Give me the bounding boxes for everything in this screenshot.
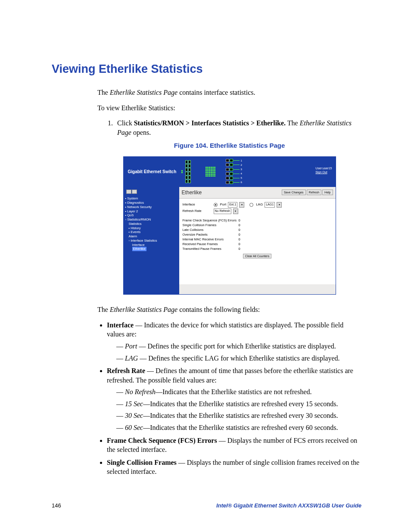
- value-name: No Refresh: [125, 388, 156, 395]
- field-desc: — Indicates the device for which statist…: [107, 321, 343, 338]
- value-name: 15 Sec: [125, 400, 143, 408]
- stat-row: Received Pause Frames0: [183, 242, 332, 246]
- figure-etherlike-screenshot: Gigabit Ethernet Switch: [123, 156, 336, 295]
- page-number: 146: [52, 502, 61, 509]
- lag-select[interactable]: LAG1: [265, 202, 275, 208]
- field-interface: Interface — Indicates the device for whi…: [107, 320, 361, 363]
- value-desc: —Indicates that the Etherlike statistics…: [143, 400, 338, 408]
- tree-item-etherlike[interactable]: Etherlike: [132, 247, 177, 251]
- refresh-button[interactable]: Refresh: [307, 190, 322, 195]
- tree-icon[interactable]: [126, 190, 131, 194]
- port-grid-left: [185, 160, 191, 183]
- stat-val: 0: [239, 247, 247, 251]
- port-radio[interactable]: [214, 203, 218, 207]
- guide-title: Intel® Gigabit Ethernet Switch AXXSW1GB …: [216, 502, 361, 509]
- stat-val: 0: [239, 228, 247, 232]
- device-title: Gigabit Ethernet Switch: [124, 169, 180, 175]
- tree-item-network-security[interactable]: ▪ Network Security: [125, 205, 177, 209]
- page-title: Etherlike: [182, 189, 202, 196]
- tree-icon[interactable]: [132, 190, 137, 194]
- text: The: [97, 89, 110, 96]
- value-desc: —Indicates that the Etherlike statistics…: [143, 424, 338, 431]
- stat-val: 0: [239, 237, 247, 242]
- tree-label: History: [131, 226, 140, 230]
- sub-list: No Refresh—Indicates that the Etherlike …: [116, 387, 361, 432]
- clear-all-counters-button[interactable]: Clear All Counters: [243, 254, 271, 258]
- page-name: Etherlike Statistics Page: [110, 306, 177, 313]
- refresh-rate-row: Refresh Rate No Refresh▾: [183, 208, 332, 214]
- chevron-down-icon[interactable]: ▾: [233, 208, 238, 214]
- stat-row: Late Collisions0: [183, 228, 332, 232]
- tree-label: System: [127, 196, 138, 200]
- menu-path: Statistics/RMON > Interfaces Statistics …: [134, 119, 286, 127]
- field-list: Interface — Indicates the device for whi…: [107, 320, 361, 476]
- value-desc: — Defines the specific LAG for which Eth…: [138, 355, 339, 362]
- stat-key: Transmitted Pause Frames: [183, 247, 239, 251]
- sub-30sec: 30 Sec—Indicates that the Etherlike stat…: [116, 411, 361, 420]
- stat-val: 0: [239, 218, 247, 223]
- tree-item-interface-statistics[interactable]: ▫ Interface Statistics: [129, 239, 177, 243]
- help-button[interactable]: Help: [322, 190, 333, 195]
- intro-paragraph-1: The Etherlike Statistics Page contains i…: [97, 88, 361, 97]
- stat-key: Late Collisions: [183, 228, 239, 232]
- tree-label: Layer 2: [127, 209, 138, 213]
- tree-item-statistics[interactable]: Statistics: [129, 222, 177, 226]
- sub-port: Port — Defines the specific port for whi…: [116, 342, 361, 351]
- page-name: Etherlike Statistics Page: [110, 89, 177, 96]
- port-grid-center: [206, 167, 215, 177]
- tree-item-diagnostics[interactable]: ▪ Diagnostics: [125, 201, 177, 205]
- after-figure-paragraph: The Etherlike Statistics Page contains t…: [97, 305, 361, 314]
- port-select[interactable]: Ext.1: [228, 202, 237, 208]
- nav-tree: ▪ System ▪ Diagnostics ▪ Network Securit…: [124, 187, 179, 295]
- tree-item-stats-rmon[interactable]: ▫ Statistics/RMON: [125, 218, 177, 222]
- interface-label: Interface: [183, 202, 212, 207]
- field-refresh-rate: Refresh Rate — Defines the amount of tim…: [107, 366, 361, 432]
- content-pane: Etherlike Save Changes Refresh Help Inte…: [179, 187, 336, 295]
- chevron-down-icon[interactable]: ▾: [277, 202, 282, 208]
- intro-paragraph-2: To view Etherlike Statistics:: [97, 103, 361, 113]
- tree-item-history[interactable]: ▪ History: [129, 226, 177, 230]
- value-name: LAG: [125, 355, 138, 362]
- sub-list: Port — Defines the specific port for whi…: [116, 342, 361, 363]
- value-name: 30 Sec: [125, 412, 143, 419]
- interface-row: Interface Port Ext.1▾ LAG LAG1▾: [183, 202, 332, 208]
- lag-radio[interactable]: [249, 203, 253, 207]
- chevron-down-icon[interactable]: ▾: [239, 202, 244, 208]
- tree-item-system[interactable]: ▪ System: [125, 196, 177, 201]
- text: Click: [117, 119, 134, 127]
- tree-label: Events: [131, 230, 140, 234]
- field-name: Single Collision Frames: [107, 459, 177, 466]
- stat-row: Single Collision Frames0: [183, 223, 332, 227]
- sign-out-link[interactable]: Sign Out: [315, 170, 332, 174]
- section-heading: Viewing Etherlike Statistics: [52, 62, 361, 76]
- plug-grid: 1 2 3 4 5 6: [226, 159, 243, 185]
- tree-label: Network Security: [127, 205, 152, 209]
- stat-row: Internal MAC Receive Errors0: [183, 237, 332, 242]
- sub-no-refresh: No Refresh—Indicates that the Etherlike …: [116, 387, 361, 397]
- led-block: [181, 170, 183, 173]
- banner: Gigabit Ethernet Switch: [124, 157, 336, 187]
- text: The: [97, 306, 110, 313]
- stats-table: Frame Check Sequence (FCS) Errors0 Singl…: [183, 218, 332, 252]
- stat-val: 0: [239, 223, 247, 227]
- tree-item-alarm[interactable]: Alarm: [129, 234, 177, 239]
- field-name: Interface: [107, 321, 134, 329]
- text: opens.: [131, 129, 151, 136]
- value-desc: — Defines the specific port for which Et…: [137, 342, 336, 350]
- port-radio-label: Port: [220, 202, 227, 207]
- tree-item-layer2[interactable]: ▪ Layer 2: [125, 209, 177, 214]
- field-name: Refresh Rate: [107, 367, 145, 374]
- sub-60sec: 60 Sec—Indicates that the Etherlike stat…: [116, 423, 361, 432]
- text: contains interface statistics.: [177, 89, 255, 96]
- sub-15sec: 15 Sec—Indicates that the Etherlike stat…: [116, 399, 361, 409]
- tree-item-interface[interactable]: Interface: [132, 243, 177, 247]
- save-changes-button[interactable]: Save Changes: [282, 190, 306, 195]
- tree-item-events[interactable]: ▪ Events: [129, 230, 177, 234]
- refresh-rate-select[interactable]: No Refresh: [214, 208, 231, 214]
- content-header: Etherlike Save Changes Refresh Help: [179, 187, 336, 199]
- tree-label: Interface Statistics: [131, 239, 157, 243]
- stat-key: Oversize Packets: [183, 233, 239, 237]
- text: contains the following fields:: [177, 306, 260, 313]
- value-name: 60 Sec: [125, 424, 143, 431]
- tree-item-qos[interactable]: ▪ QoS: [125, 213, 177, 218]
